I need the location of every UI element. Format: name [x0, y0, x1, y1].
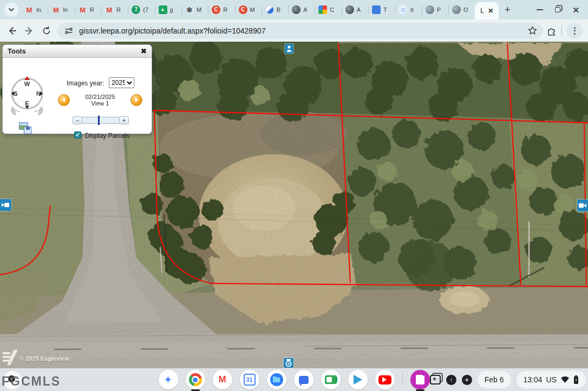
images-year-select[interactable]: 2025: [109, 77, 134, 88]
eagleview-logo: [3, 350, 19, 367]
pink-app[interactable]: [410, 370, 430, 389]
restore-icon[interactable]: [555, 7, 560, 12]
tab-gmail-3[interactable]: MR: [75, 0, 101, 19]
tab-globe-4[interactable]: O: [449, 0, 475, 19]
calendar-icon: 31: [244, 374, 256, 386]
address-bar[interactable]: gissvr.leepa.org/pictoipa/default.aspx?f…: [57, 23, 543, 39]
calendar-date-pill[interactable]: Feb 6: [478, 371, 511, 388]
tab-globe-3[interactable]: P: [422, 0, 448, 19]
toolbar-right: [546, 23, 588, 39]
tab-title: C: [330, 6, 334, 13]
previous-view-button[interactable]: [58, 94, 70, 106]
play-store-icon: [354, 375, 362, 385]
compass-e: E: [25, 100, 29, 107]
minimize-icon[interactable]: [537, 9, 543, 10]
play-store-app[interactable]: [348, 370, 368, 389]
notification-arrow-button[interactable]: ↑: [446, 375, 456, 385]
toolbar-separator: [561, 26, 562, 36]
north-view-marker[interactable]: [285, 44, 293, 54]
tab-sheets[interactable]: +g: [155, 0, 181, 19]
wifi-icon: [560, 376, 570, 383]
chrome-app[interactable]: [186, 370, 205, 389]
images-year-label: Images year:: [67, 79, 104, 87]
files-app[interactable]: [267, 370, 286, 389]
browser-menu-button[interactable]: [566, 23, 583, 39]
image-date: 02/21/2025: [73, 94, 127, 100]
tools-panel-close-icon[interactable]: ✖: [141, 48, 147, 55]
site-info-icon[interactable]: [64, 26, 74, 36]
tab-title: d: [410, 6, 413, 13]
tab-globe-2[interactable]: A: [342, 0, 368, 19]
rotate-cw-icon[interactable]: [34, 107, 43, 115]
south-view-marker[interactable]: [284, 358, 293, 368]
status-tray: ↑ + Feb 6 13:04 US: [430, 368, 588, 391]
back-button[interactable]: [3, 22, 21, 39]
tools-panel-title: Tools: [8, 47, 141, 55]
gmail-app[interactable]: M: [213, 370, 232, 389]
system-status-pill[interactable]: 13:04 US: [517, 371, 586, 388]
tab-gmail-1[interactable]: MIn: [22, 0, 48, 19]
zoom-in-button[interactable]: +: [119, 116, 129, 124]
tab-title: M: [197, 6, 201, 13]
calendar-app[interactable]: 31: [240, 370, 259, 389]
tab-globe-1[interactable]: A: [289, 0, 315, 19]
tab-smiley[interactable]: ☺d: [395, 0, 421, 19]
image-date-block: 02/21/2025 View 1: [73, 94, 127, 107]
browser-tab-strip: MIn MIn MR MR 7(7 +g ✻M CR CM B A C A T …: [0, 0, 588, 19]
tab-red-1[interactable]: CR: [208, 0, 234, 19]
tab-notification-count[interactable]: 7(7: [128, 0, 154, 19]
tools-panel-header[interactable]: Tools ✖: [3, 45, 152, 58]
rotate-ccw-icon[interactable]: [11, 107, 20, 115]
battery-icon: [573, 375, 579, 384]
tab-gmail-4[interactable]: MR: [102, 0, 128, 19]
window-capture-icon[interactable]: [430, 375, 441, 385]
tab-leepa-active[interactable]: L ✕: [475, 2, 499, 19]
tab-search-button[interactable]: [4, 3, 18, 17]
close-icon[interactable]: ✕: [572, 6, 579, 14]
forward-button[interactable]: [21, 22, 38, 39]
meet-icon: [325, 375, 337, 384]
tab-red-2[interactable]: CM: [236, 0, 262, 19]
new-tab-button[interactable]: +: [500, 2, 515, 17]
reload-button[interactable]: [38, 22, 55, 39]
image-view-number: View 1: [73, 100, 127, 107]
meet-app[interactable]: [321, 370, 341, 389]
extensions-puzzle-icon[interactable]: [546, 25, 557, 36]
blue-swirl-icon: [265, 5, 274, 14]
messages-icon: [298, 374, 310, 386]
zoom-slider-thumb[interactable]: [98, 116, 100, 125]
east-view-marker[interactable]: [577, 200, 588, 211]
tab-title: g: [170, 6, 173, 13]
save-image-button[interactable]: [19, 122, 33, 137]
notification-plus-button[interactable]: +: [462, 375, 472, 385]
next-view-button[interactable]: [130, 94, 142, 106]
messages-app[interactable]: [294, 370, 313, 389]
youtube-app[interactable]: [375, 370, 395, 389]
bookmark-star-icon[interactable]: [527, 25, 538, 36]
west-view-marker[interactable]: [0, 199, 11, 211]
url-text[interactable]: gissvr.leepa.org/pictoipa/default.aspx?f…: [79, 26, 527, 35]
tab-title: A: [303, 6, 307, 13]
launcher-button[interactable]: ✦: [159, 370, 178, 389]
dark-globe-icon: [292, 5, 300, 14]
aerial-map-viewport[interactable]: © 2025 Eagleview Tools ✖ W N S E: [0, 42, 588, 368]
red-circle-icon: C: [212, 5, 220, 14]
display-parcels-checkbox[interactable]: ✓: [74, 131, 81, 138]
green-badge-icon: 7: [132, 5, 140, 14]
tab-bluedoc[interactable]: T: [369, 0, 395, 19]
zoom-out-button[interactable]: −: [73, 116, 82, 124]
zoom-slider-track[interactable]: [82, 117, 119, 124]
tab-swirl[interactable]: B: [262, 0, 288, 19]
files-icon: [270, 373, 283, 386]
tab-close-icon[interactable]: ✕: [488, 8, 493, 14]
tab-title: In: [63, 6, 68, 13]
tab-title: P: [437, 6, 441, 13]
compass-rose[interactable]: W N S E: [7, 73, 47, 121]
globe-icon: [426, 5, 434, 14]
tab-colorful[interactable]: C: [315, 0, 341, 19]
tab-gmail-2[interactable]: MIn: [48, 0, 74, 19]
pink-app-icon: [416, 375, 424, 385]
tab-flower[interactable]: ✻M: [182, 0, 208, 19]
tab-title: (7: [143, 6, 148, 13]
kebab-icon: [574, 27, 576, 35]
